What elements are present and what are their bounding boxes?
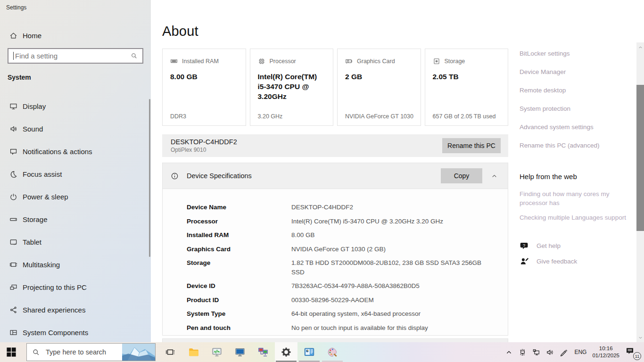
sidebar-item-label: Focus assist <box>23 170 62 178</box>
give-feedback-link[interactable]: Give feedback <box>520 256 633 266</box>
table-row: Storage 1.82 TB HDD ST2000DM008-2UB102, … <box>187 256 489 279</box>
scroll-down-arrow[interactable] <box>636 334 644 341</box>
search-icon[interactable] <box>131 52 138 59</box>
spec-row-label: Product ID <box>187 296 291 305</box>
control-panel-button[interactable] <box>304 346 315 358</box>
sidebar-item-home[interactable]: Home <box>0 27 141 43</box>
help-link[interactable]: Checking multiple Languages support <box>520 213 633 222</box>
volume-icon[interactable] <box>546 348 554 356</box>
sidebar-item[interactable]: Shared experiences <box>0 298 149 321</box>
spec-card: Storage 2.05 TB 657 GB of 2.05 TB used <box>425 49 509 126</box>
device-specifications-section: Device Specifications Copy Device Name D… <box>162 163 508 336</box>
sidebar-item[interactable]: Tablet <box>0 230 149 253</box>
display-icon <box>9 102 17 110</box>
related-settings-link[interactable]: Remote desktop <box>520 86 637 95</box>
paint-button[interactable] <box>327 346 338 358</box>
sidebar-item[interactable]: Sound <box>0 117 149 140</box>
spec-row-value: 7B3263AC-0534-4979-A88A-508A3862B0D5 <box>291 281 420 291</box>
start-button[interactable] <box>6 346 17 358</box>
help-link[interactable]: Finding out how many cores my processor … <box>520 189 633 207</box>
sidebar-item[interactable]: Display <box>0 95 149 117</box>
related-settings-link[interactable]: System protection <box>520 104 637 113</box>
table-row: Installed RAM 8.00 GB <box>187 228 489 242</box>
sidebar-item[interactable]: System Components <box>0 321 149 344</box>
language-indicator[interactable]: ENG <box>574 349 586 355</box>
spec-row-label: Installed RAM <box>187 230 291 240</box>
spec-row-label: Pen and touch <box>187 323 291 333</box>
device-specifications-header[interactable]: Device Specifications Copy <box>163 163 508 189</box>
ethernet-icon[interactable] <box>532 348 540 356</box>
related-settings-link[interactable]: BitLocker settings <box>520 49 637 58</box>
sidebar-item[interactable]: Notifications & actions <box>0 140 149 163</box>
notifications-icon <box>9 148 17 156</box>
assist-links: ? Get help Give feedback <box>520 241 633 272</box>
spec-row-value: 00330-58296-50229-AAOEM <box>291 296 374 305</box>
notification-center-button[interactable]: 11 <box>625 346 638 359</box>
multitasking-icon <box>9 261 17 269</box>
pen-icon[interactable] <box>560 348 568 356</box>
device-specifications-title: Device Specifications <box>187 172 441 180</box>
shared-experiences-icon <box>9 306 17 314</box>
spec-card: Installed RAM 8.00 GB DDR3 <box>162 49 246 126</box>
spec-row-label: Graphics Card <box>187 245 291 254</box>
sidebar-items: Display Sound Notifications & actions Fo… <box>0 95 149 344</box>
search-highlight-image[interactable] <box>122 343 155 361</box>
spec-row-value: NVIDIA GeForce GT 1030 (2 GB) <box>291 245 386 254</box>
tray-date: 01/12/2025 <box>592 352 619 359</box>
related-settings-link[interactable]: Device Manager <box>520 67 637 76</box>
card-footer: 3.20 GHz <box>258 113 283 120</box>
sidebar-item[interactable]: Power & sleep <box>0 185 149 208</box>
network-places-button[interactable] <box>257 346 269 358</box>
clock[interactable]: 10:16 01/12/2025 <box>592 345 619 359</box>
card-value: 8.00 GB <box>170 72 238 82</box>
find-setting-input[interactable]: Find a setting <box>8 48 143 64</box>
taskbar-search[interactable]: Type here to search <box>26 343 156 361</box>
tray-chevron-icon[interactable] <box>505 348 513 356</box>
related-settings-link[interactable]: Advanced system settings <box>520 123 637 132</box>
related-settings-link[interactable]: Rename this PC (advanced) <box>520 141 637 150</box>
task-manager-button[interactable] <box>211 346 223 358</box>
get-help-link[interactable]: ? Get help <box>520 241 633 251</box>
file-explorer-button[interactable] <box>188 346 199 358</box>
sidebar-scrollbar[interactable] <box>149 99 150 257</box>
sidebar: Settings Home Find a setting System Disp… <box>0 0 151 342</box>
content-scrollbar[interactable] <box>636 42 644 342</box>
table-row: Device ID 7B3263AC-0534-4979-A88A-508A38… <box>187 279 489 293</box>
spec-row-value: 1.82 TB HDD ST2000DM008-2UB102, 238 GB S… <box>291 258 486 277</box>
sidebar-section-label: System <box>8 74 31 81</box>
settings-window: Settings Home Find a setting System Disp… <box>0 0 644 362</box>
card-value: 2.05 TB <box>433 72 501 82</box>
scrollbar-thumb[interactable] <box>636 85 644 231</box>
tablet-icon <box>9 238 17 246</box>
sidebar-item-label: Tablet <box>23 238 41 246</box>
copy-button[interactable]: Copy <box>441 168 482 183</box>
spec-row-label: Processor <box>187 217 291 226</box>
sidebar-item[interactable]: Projecting to this PC <box>0 276 149 298</box>
system-tray: ENG 10:16 01/12/2025 11 <box>502 342 644 362</box>
spec-row-value: No pen or touch input is available for t… <box>291 323 428 333</box>
this-pc-button[interactable] <box>234 346 246 358</box>
find-setting-placeholder: Find a setting <box>13 52 131 60</box>
graphics-card-icon <box>345 58 353 65</box>
help-links: Finding out how many cores my processor … <box>520 189 633 228</box>
info-icon <box>171 172 179 180</box>
cast-icon[interactable] <box>519 348 527 356</box>
sidebar-item-label: Storage <box>23 215 48 223</box>
chevron-up-icon[interactable] <box>491 173 498 180</box>
tray-time: 10:16 <box>592 345 619 352</box>
storage-drive-icon <box>433 58 440 65</box>
sidebar-item[interactable]: Focus assist <box>0 163 149 185</box>
give-feedback-icon <box>520 256 529 266</box>
card-footer: NVIDIA GeForce GT 1030 <box>345 113 413 120</box>
sidebar-item[interactable]: Multitasking <box>0 253 149 276</box>
scroll-up-arrow[interactable] <box>636 43 644 51</box>
sidebar-item[interactable]: Storage <box>0 208 149 230</box>
home-label: Home <box>23 32 41 40</box>
help-from-web-heading: Help from the web <box>520 173 577 181</box>
table-row: Pen and touch No pen or touch input is a… <box>187 321 489 335</box>
settings-gear-icon[interactable] <box>281 346 292 358</box>
spec-cards: Installed RAM 8.00 GB DDR3 Processor Int… <box>162 49 508 126</box>
storage-icon <box>9 215 17 223</box>
rename-pc-button[interactable]: Rename this PC <box>442 138 501 153</box>
task-view-button[interactable] <box>165 347 175 357</box>
